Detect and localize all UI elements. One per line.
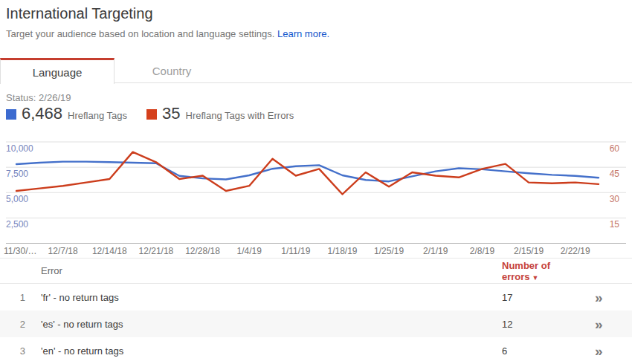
chart-legend: 6,468 Hreflang Tags 35 Hreflang Tags wit… bbox=[6, 104, 294, 125]
expand-row-chevron-icon[interactable]: » bbox=[595, 343, 603, 359]
error-name: 'es' - no return tags bbox=[30, 319, 502, 330]
right-axis-tick-label: 45 bbox=[610, 169, 620, 179]
error-table: Error Number of errors▼ 1 'fr' - no retu… bbox=[0, 258, 632, 364]
x-axis-tick-label: 12/14/18 bbox=[92, 246, 127, 256]
legend-item-errors: 35 Hreflang Tags with Errors bbox=[146, 104, 294, 123]
hreflang-chart[interactable]: 10,000607,500455,000302,5001511/30/…12/7… bbox=[0, 137, 632, 258]
column-header-error: Error bbox=[30, 265, 502, 276]
table-row[interactable]: 3 'en' - no return tags 6 » bbox=[0, 337, 632, 364]
tags-label: Hreflang Tags bbox=[68, 110, 127, 121]
left-axis-tick-label: 2,500 bbox=[6, 219, 28, 230]
error-count: 12 bbox=[502, 319, 587, 330]
tab-language[interactable]: Language bbox=[0, 58, 115, 84]
hreflang-chart-svg[interactable]: 10,000607,500455,000302,5001511/30/…12/7… bbox=[0, 137, 632, 258]
x-axis-tick-label: 12/7/18 bbox=[48, 246, 78, 256]
subtitle-text: Target your audience based on location a… bbox=[6, 28, 274, 39]
expand-row-chevron-icon[interactable]: » bbox=[595, 290, 603, 305]
column-header-number-of-errors[interactable]: Number of errors▼ bbox=[502, 260, 587, 282]
x-axis-tick-label: 11/30/… bbox=[4, 246, 36, 256]
right-axis-tick-label: 60 bbox=[610, 143, 620, 154]
errors-label: Hreflang Tags with Errors bbox=[186, 110, 294, 121]
table-header-row: Error Number of errors▼ bbox=[0, 259, 632, 284]
errors-count: 35 bbox=[162, 104, 180, 123]
x-axis-tick-label: 1/11/19 bbox=[281, 246, 310, 256]
x-axis-tick-label: 1/18/19 bbox=[327, 246, 357, 256]
x-axis-tick-label: 2/8/19 bbox=[470, 246, 495, 256]
error-count: 6 bbox=[502, 345, 587, 357]
left-axis-tick-label: 7,500 bbox=[6, 169, 28, 179]
table-row[interactable]: 1 'fr' - no return tags 17 » bbox=[0, 284, 632, 311]
expand-row-chevron-icon[interactable]: » bbox=[595, 316, 603, 332]
legend-item-tags: 6,468 Hreflang Tags bbox=[6, 104, 127, 123]
error-count: 17 bbox=[502, 292, 587, 303]
row-index: 3 bbox=[0, 345, 30, 357]
x-axis-tick-label: 2/22/19 bbox=[561, 246, 590, 256]
x-axis-tick-label: 2/15/19 bbox=[514, 246, 544, 256]
x-axis-tick-label: 1/4/19 bbox=[237, 246, 262, 256]
left-axis-tick-label: 5,000 bbox=[6, 194, 28, 204]
left-axis-tick-label: 10,000 bbox=[6, 143, 33, 154]
error-name: 'en' - no return tags bbox=[30, 345, 502, 357]
right-axis-tick-label: 15 bbox=[610, 219, 620, 230]
x-axis-tick-label: 2/1/19 bbox=[423, 246, 448, 256]
errors-legend-swatch-icon bbox=[146, 109, 157, 120]
tab-bar: Language Country bbox=[0, 58, 632, 83]
learn-more-link[interactable]: Learn more. bbox=[277, 28, 329, 39]
x-axis-tick-label: 12/21/18 bbox=[139, 246, 174, 256]
tags-legend-swatch-icon bbox=[6, 109, 16, 120]
error-name: 'fr' - no return tags bbox=[30, 292, 502, 303]
page-title: International Targeting bbox=[6, 5, 153, 22]
sort-desc-icon: ▼ bbox=[532, 274, 539, 282]
row-index: 1 bbox=[0, 292, 30, 303]
row-index: 2 bbox=[0, 319, 30, 330]
hreflang-errors-line[interactable] bbox=[16, 152, 599, 195]
right-axis-tick-label: 30 bbox=[610, 194, 620, 204]
international-targeting-page: International Targeting Target your audi… bbox=[0, 0, 632, 364]
table-row[interactable]: 2 'es' - no return tags 12 » bbox=[0, 311, 632, 337]
tags-count: 6,468 bbox=[22, 104, 62, 123]
status-text: Status: 2/26/19 bbox=[6, 92, 71, 103]
x-axis-tick-label: 1/25/19 bbox=[374, 246, 404, 256]
page-subtitle: Target your audience based on location a… bbox=[6, 28, 329, 39]
tab-country[interactable]: Country bbox=[115, 58, 229, 83]
x-axis-tick-label: 12/28/18 bbox=[185, 246, 220, 256]
